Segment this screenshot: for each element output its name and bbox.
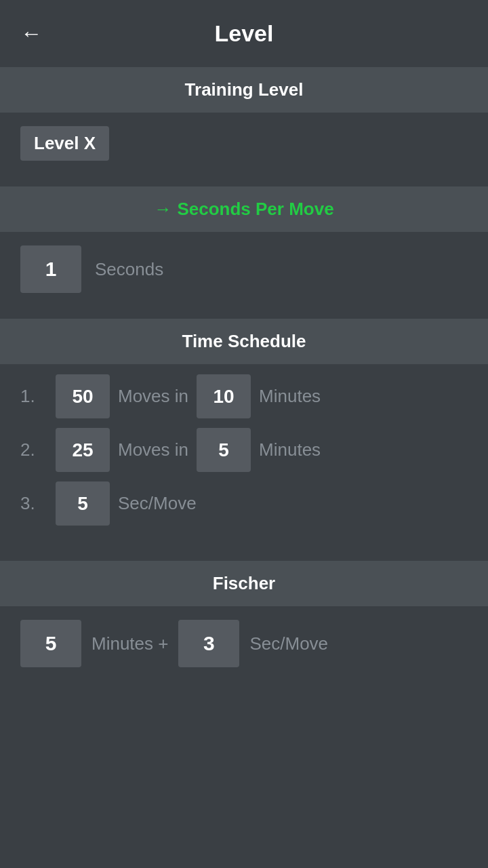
row-1-num: 1.: [20, 386, 47, 407]
level-row: Level X: [0, 113, 488, 181]
row-1-time-label: Minutes: [259, 386, 321, 407]
time-schedule-header: Time Schedule: [0, 319, 488, 364]
page-title: Level: [215, 20, 274, 47]
fischer-sec-value[interactable]: 3: [178, 620, 239, 667]
fischer-header: Fischer: [0, 561, 488, 606]
row-2-num: 2.: [20, 439, 47, 460]
row-3-sec-label: Sec/Move: [118, 493, 197, 514]
row-3-num: 3.: [20, 493, 47, 514]
seconds-row: 1 Seconds: [0, 232, 488, 313]
schedule-row-1: 1. 50 Moves in 10 Minutes: [20, 374, 468, 418]
row-1-moves-value[interactable]: 50: [56, 374, 110, 418]
header: ← Level: [0, 0, 488, 67]
time-schedule-section: Time Schedule 1. 50 Moves in 10 Minutes …: [0, 319, 488, 555]
seconds-per-move-section: →Seconds Per Move 1 Seconds: [0, 186, 488, 313]
fischer-content: 5 Minutes + 3 Sec/Move: [0, 606, 488, 688]
time-schedule-content: 1. 50 Moves in 10 Minutes 2. 25 Moves in…: [0, 364, 488, 555]
seconds-value[interactable]: 1: [20, 245, 81, 293]
fischer-minutes-value[interactable]: 5: [20, 620, 81, 667]
training-level-section: Training Level Level X: [0, 67, 488, 181]
seconds-unit-label: Seconds: [95, 259, 163, 280]
row-1-moves-label: Moves in: [118, 386, 188, 407]
training-level-header: Training Level: [0, 67, 488, 113]
row-2-moves-value[interactable]: 25: [56, 428, 110, 472]
row-2-time-label: Minutes: [259, 439, 321, 460]
level-badge[interactable]: Level X: [20, 126, 109, 161]
back-button[interactable]: ←: [20, 21, 42, 46]
seconds-per-move-header[interactable]: →Seconds Per Move: [0, 186, 488, 232]
fischer-sec-label: Sec/Move: [249, 633, 328, 654]
row-2-time-value[interactable]: 5: [197, 428, 251, 472]
row-1-time-value[interactable]: 10: [197, 374, 251, 418]
schedule-row-3: 3. 5 Sec/Move: [20, 481, 468, 526]
schedule-row-2: 2. 25 Moves in 5 Minutes: [20, 428, 468, 472]
row-3-sec-value[interactable]: 5: [56, 481, 110, 526]
row-2-moves-label: Moves in: [118, 439, 188, 460]
seconds-per-move-label: Seconds Per Move: [177, 199, 333, 219]
fischer-minutes-label: Minutes +: [92, 633, 168, 654]
arrow-icon: →: [154, 199, 171, 219]
fischer-section: Fischer 5 Minutes + 3 Sec/Move: [0, 561, 488, 688]
